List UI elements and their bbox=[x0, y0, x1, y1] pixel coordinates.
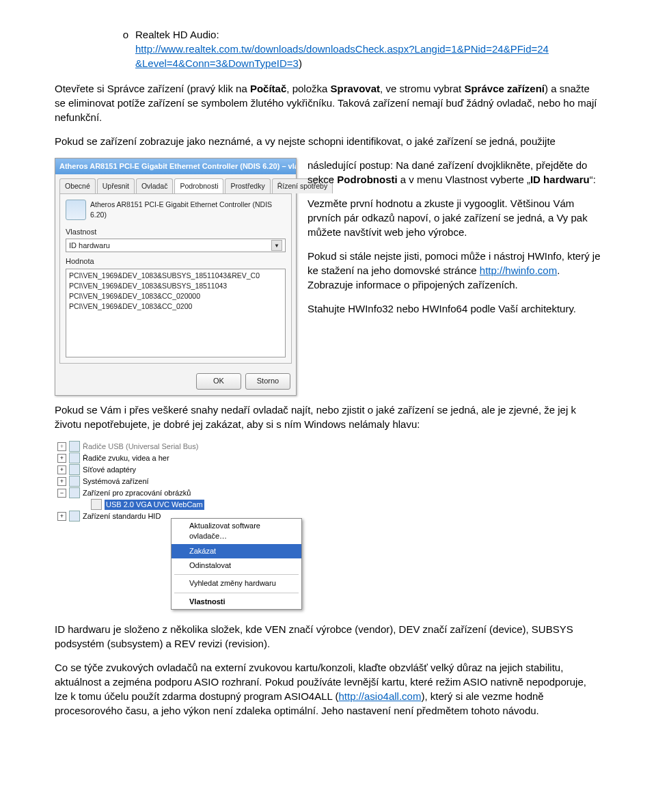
paragraph-id-hw-explain: ID hardwaru je složeno z několika složek… bbox=[55, 622, 601, 651]
tree-row[interactable]: + Řadiče zvuku, videa a her bbox=[55, 452, 601, 464]
paragraph-unknown-device-lead: Pokud se zařízení zobrazuje jako neznámé… bbox=[55, 134, 601, 148]
chevron-down-icon[interactable]: ▼ bbox=[271, 240, 282, 251]
ctx-update-driver[interactable]: Aktualizovat software ovladače… bbox=[172, 519, 301, 544]
tab-prostredky[interactable]: Prostředky bbox=[225, 178, 270, 193]
ctx-uninstall[interactable]: Odinstalovat bbox=[172, 558, 301, 573]
vlastnost-select[interactable]: ID hardwaru ▼ bbox=[66, 239, 286, 252]
device-category-icon bbox=[69, 464, 80, 475]
ctx-properties[interactable]: Vlastnosti bbox=[172, 595, 301, 609]
ok-button[interactable]: OK bbox=[196, 373, 241, 390]
tree-row[interactable]: + Zařízení standardu HID bbox=[55, 511, 601, 522]
expand-icon[interactable]: + bbox=[57, 477, 66, 486]
tree-row[interactable]: + Systémová zařízení bbox=[55, 476, 601, 487]
list-item[interactable]: PCI\VEN_1969&DEV_1083&SUBSYS_18511043 bbox=[69, 281, 282, 291]
dialog-tabs: Obecné Upřesnit Ovladač Podrobnosti Pros… bbox=[59, 178, 292, 193]
realtek-link-close: ) bbox=[299, 57, 302, 69]
menu-separator bbox=[174, 574, 299, 575]
hwinfo-link[interactable]: http://hwinfo.com bbox=[480, 265, 557, 276]
list-item[interactable]: PCI\VEN_1969&DEV_1083&CC_0200 bbox=[69, 301, 282, 312]
device-category-icon bbox=[69, 452, 80, 463]
hodnota-label: Hodnota bbox=[66, 256, 286, 267]
realtek-list-item: o Realtek HD Audio: http://www.realtek.c… bbox=[116, 27, 601, 70]
device-category-icon bbox=[69, 441, 80, 452]
properties-dialog: Atheros AR8151 PCI-E Gigabit Ethernet Co… bbox=[55, 158, 297, 396]
ctx-scan-hardware[interactable]: Vyhledat změny hardwaru bbox=[172, 576, 301, 591]
device-category-icon bbox=[69, 511, 80, 522]
expand-icon[interactable]: + bbox=[57, 465, 66, 474]
kw-id-hardwaru: ID hardwaru bbox=[530, 174, 590, 185]
tree-row-cutoff: + Řadiče USB (Universal Serial Bus) bbox=[55, 441, 601, 452]
device-tree-screenshot: + Řadiče USB (Universal Serial Bus) + Řa… bbox=[55, 441, 601, 610]
paragraph-disable: Pokud se Vám i přes veškeré snahy nedaří… bbox=[55, 403, 601, 431]
tab-upresnit[interactable]: Upřesnit bbox=[97, 178, 135, 193]
ctx-disable[interactable]: Zakázat bbox=[172, 544, 301, 558]
realtek-label: Realtek HD Audio: bbox=[135, 27, 219, 42]
realtek-link-line1[interactable]: http://www.realtek.com.tw/downloads/down… bbox=[135, 43, 549, 55]
kw-podrobnosti: Podrobnosti bbox=[337, 174, 397, 185]
tab-ovladac[interactable]: Ovladač bbox=[136, 178, 174, 193]
tab-obecne[interactable]: Obecné bbox=[59, 178, 96, 193]
paragraph-asio: Co se týče zvukových ovladačů na externí… bbox=[55, 660, 601, 718]
vlastnost-value: ID hardwaru bbox=[69, 241, 110, 251]
menu-separator bbox=[174, 593, 299, 593]
device-name: Atheros AR8151 PCI-E Gigabit Ethernet Co… bbox=[90, 200, 286, 219]
tree-row[interactable]: + Síťové adaptéry bbox=[55, 464, 601, 476]
expand-icon[interactable]: + bbox=[57, 454, 66, 463]
device-icon bbox=[66, 200, 86, 220]
asio4all-link[interactable]: http://asio4all.com bbox=[339, 690, 422, 702]
kw-spravovat: Spravovat bbox=[331, 83, 381, 94]
expand-icon[interactable]: + bbox=[57, 442, 66, 451]
kw-spravce-zarizeni: Správce zařízení bbox=[464, 83, 545, 94]
tree-row-selected[interactable]: · USB 2.0 VGA UVC WebCam bbox=[55, 499, 601, 511]
hodnota-list[interactable]: PCI\VEN_1969&DEV_1083&SUBSYS_18511043&RE… bbox=[66, 269, 286, 357]
paragraph-spravce: Otevřete si Správce zařízení (pravý klik… bbox=[55, 81, 601, 124]
expand-icon[interactable]: + bbox=[57, 512, 66, 521]
device-icon bbox=[91, 499, 102, 510]
cancel-button[interactable]: Storno bbox=[245, 373, 290, 390]
device-category-icon bbox=[69, 487, 80, 498]
dialog-titlebar: Atheros AR8151 PCI-E Gigabit Ethernet Co… bbox=[55, 159, 296, 174]
realtek-link-line2[interactable]: &Level=4&Conn=3&DownTypeID=3 bbox=[135, 57, 299, 69]
vlastnost-label: Vlastnost bbox=[66, 227, 286, 237]
device-category-icon bbox=[69, 476, 80, 487]
context-menu: Aktualizovat software ovladače… Zakázat … bbox=[171, 518, 302, 610]
collapse-icon[interactable]: − bbox=[57, 489, 66, 498]
list-item[interactable]: PCI\VEN_1969&DEV_1083&SUBSYS_18511043&RE… bbox=[69, 271, 282, 281]
kw-pocitac: Počítač bbox=[250, 83, 286, 94]
tree-row[interactable]: − Zařízení pro zpracování obrázků bbox=[55, 487, 601, 499]
tab-podrobnosti[interactable]: Podrobnosti bbox=[174, 178, 223, 193]
bullet-glyph: o bbox=[116, 27, 135, 42]
list-item[interactable]: PCI\VEN_1969&DEV_1083&CC_020000 bbox=[69, 291, 282, 301]
